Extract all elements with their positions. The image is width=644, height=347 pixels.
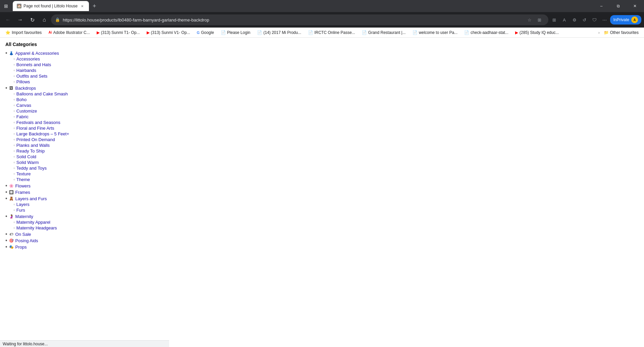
category-item: •🖼BackdropsBalloons and Cake SmashBohoCa… [5,85,639,182]
category-icon: 🖼 [9,85,14,91]
profile-avatar: A [631,16,638,23]
subcategory-link[interactable]: Solid Cold [16,154,36,159]
tab-bar: ⊞ 🏠 Page not found | Littolo House ✕ + –… [0,0,644,12]
translate-btn[interactable]: A [560,15,569,25]
category-link[interactable]: Props [15,245,27,250]
back-btn[interactable]: ← [3,14,13,25]
category-link[interactable]: Backdrops [15,86,36,91]
subcategory-link[interactable]: Planks and Walls [16,143,50,148]
category-item: •🌸Flowers [5,183,639,188]
category-item: •👗Apparel & AccessoriesAccessoriesBonnet… [5,50,639,84]
bookmark-mi-produ[interactable]: 📄 (14) 2017 Mi Produ... [254,29,304,36]
subcategory-link[interactable]: Teddy and Toys [16,166,47,171]
category-link[interactable]: Posing Aids [15,238,38,243]
bookmark-star-btn[interactable]: ☆ [525,15,534,25]
subcategory-link[interactable]: Outfits and Sets [16,74,48,79]
subcategory-link[interactable]: Floral and Fine Arts [16,126,54,131]
subcategory-link[interactable]: Accessories [16,56,40,61]
subcategory-link[interactable]: Maternity Apparel [16,220,50,225]
subcategory-link[interactable]: Maternity Headgears [16,225,57,230]
cat-main-link: •🤰Maternity [5,214,639,219]
category-link[interactable]: Frames [15,190,30,195]
bookmark-import-favourites[interactable]: ⭐ Import favourites [3,29,44,36]
category-link[interactable]: Apparel & Accessories [15,51,59,56]
subcategory-link[interactable]: Ready To Ship [16,148,45,154]
tab-expand-btn[interactable]: ⊞ [1,1,11,11]
subcategory-item: Furs [13,208,639,213]
category-icon: 🎯 [9,238,14,243]
bookmark-sunmi-v1[interactable]: ▶ (313) Sunmi V1- Op... [144,29,193,36]
youtube-icon2: ▶ [147,30,150,35]
tab-favicon: 🏠 [17,4,21,8]
lock-icon: 🔒 [55,17,60,22]
subcategory-list: Balloons and Cake SmashBohoCanvasCustomi… [13,91,639,182]
restore-btn[interactable]: ⧉ [610,0,626,12]
category-link[interactable]: On Sale [15,232,31,237]
refresh-icon-btn[interactable]: ↺ [580,15,589,25]
overflow-arrow: › [598,31,600,35]
subcategory-link[interactable]: Furs [16,208,25,213]
doc-icon5: 📄 [412,30,417,35]
forward-btn[interactable]: → [15,14,26,25]
bookmark-label: Grand Restaurant |... [368,30,406,35]
subcategory-link[interactable]: Theme [16,177,30,182]
address-input-wrap[interactable]: 🔒 https://littolo.house/products/lb0480-… [51,14,548,25]
bookmark-sunmi-t1[interactable]: ▶ (313) Sunmi T1- Op... [94,29,143,36]
category-icon: 🤰 [9,214,14,219]
subcategory-link[interactable]: Fabric [16,114,29,119]
bookmark-adobe[interactable]: Ai Adobe Illustrator C... [46,29,92,36]
bookmark-google[interactable]: G Google [194,29,216,36]
address-text: https://littolo.house/products/lb0480-fa… [63,17,522,23]
subcategory-link[interactable]: Large Backdrops – 5 Feet+ [16,131,69,136]
subcategory-link[interactable]: Canvas [16,103,31,108]
subcategory-link[interactable]: Texture [16,171,31,176]
collections-btn[interactable]: ⊞ [535,15,544,25]
more-tools-btn[interactable]: ⋯ [600,15,609,25]
bookmark-label: Adobe Illustrator C... [53,30,90,35]
category-link[interactable]: Flowers [15,183,31,188]
category-link[interactable]: Maternity [15,214,33,219]
category-icon: 🏷 [9,231,14,237]
subcategory-link[interactable]: Pillows [16,79,30,84]
cat-main-link: •🌸Flowers [5,183,639,188]
category-item: •🧸Layers and FursLayersFurs [5,196,639,213]
doc-icon6: 📄 [464,30,469,35]
bookmark-label: (14) 2017 Mi Produ... [263,30,301,35]
subcategory-link[interactable]: Bonnets and Hats [16,62,51,67]
minimize-btn[interactable]: – [594,0,609,12]
subcategory-link[interactable]: Balloons and Cake Smash [16,91,68,96]
reload-btn[interactable]: ↻ [27,14,38,25]
settings-btn[interactable]: ⚙ [570,15,579,25]
bookmark-other-favourites[interactable]: 📁 Other favourites [601,29,641,36]
doc-icon2: 📄 [257,30,262,35]
subcategory-link[interactable]: Hairbands [16,68,36,73]
subcategory-link[interactable]: Festivals and Seasons [16,120,60,125]
bookmark-welcome-user[interactable]: 📄 welcome to user Pa... [410,29,460,36]
bookmarks-overflow: › 📁 Other favourites [598,29,641,36]
subcategory-list: LayersFurs [13,202,639,213]
home-btn[interactable]: ⌂ [39,14,50,25]
close-btn[interactable]: ✕ [627,0,643,12]
cat-main-link: •🧸Layers and Furs [5,196,639,201]
bookmark-grand-restaurant[interactable]: 📄 Grand Restaurant |... [359,29,408,36]
bookmark-irctc[interactable]: 📄 IRCTC Online Passe... [305,29,358,36]
profile-btn[interactable]: InPrivate A [610,15,641,25]
category-link[interactable]: Layers and Furs [15,196,47,201]
bookmark-aadhaar[interactable]: 📄 check-aadhaar-stat... [461,29,511,36]
cat-main-link: •🔲Frames [5,189,639,195]
subcategory-link[interactable]: Layers [16,202,30,207]
active-tab[interactable]: 🏠 Page not found | Littolo House ✕ [13,1,89,11]
extensions-btn[interactable]: ⊞ [550,15,559,25]
bookmark-study-iq[interactable]: ▶ (285) Study IQ educ... [512,29,561,36]
shield-btn[interactable]: 🛡 [590,15,599,25]
page-content: All Categories •👗Apparel & AccessoriesAc… [0,38,644,255]
new-tab-btn[interactable]: + [90,1,99,11]
subcategory-link[interactable]: Solid Warm [16,160,39,165]
bookmark-label: Google [201,30,214,35]
bookmark-please-login[interactable]: 📄 Please Login [218,29,253,36]
tab-close-btn[interactable]: ✕ [80,3,85,9]
subcategory-link[interactable]: Boho [16,97,27,102]
subcategory-link[interactable]: Printed On Demand [16,137,55,142]
bookmark-label: welcome to user Pa... [419,30,457,35]
subcategory-link[interactable]: Customize [16,109,37,114]
